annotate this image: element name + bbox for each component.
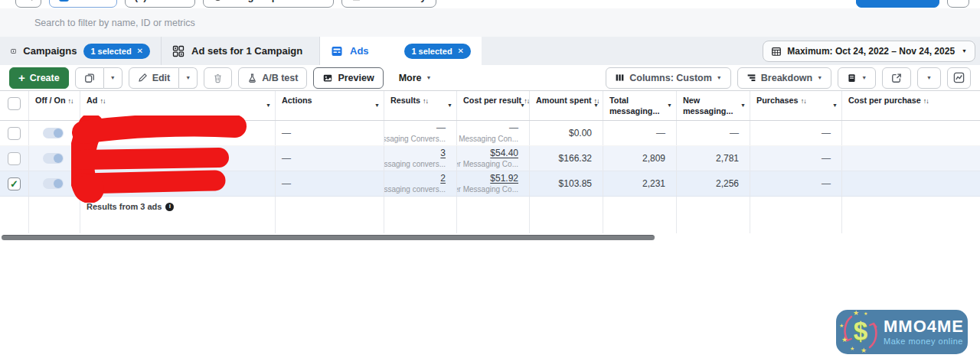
header-total-messaging[interactable]: Total messaging... ▼ <box>603 91 677 120</box>
header-purchases[interactable]: Purchases↑↓ ▼ <box>750 91 842 120</box>
row-checkbox[interactable]: ✓ <box>8 177 21 190</box>
toggle-knob <box>54 179 63 188</box>
close-icon[interactable]: ✕ <box>458 47 464 55</box>
filter-actions[interactable]: (1) Actions <box>125 0 196 8</box>
total-messaging-cell: — <box>603 121 677 145</box>
export-button[interactable] <box>882 67 911 89</box>
breakdown-button[interactable]: Breakdown ▼ <box>737 67 831 89</box>
new-messaging-cell: — <box>677 121 750 145</box>
sort-icon: ↑↓ <box>923 97 929 105</box>
search-button[interactable] <box>15 0 41 8</box>
off-on-toggle[interactable] <box>43 128 64 138</box>
table-row: ✓ — 2 Messaging convers... $51.92 Per Me… <box>0 171 980 197</box>
date-range-label: Maximum: Oct 24, 2022 – Nov 24, 2025 <box>787 46 955 57</box>
amount-spent-cell: $103.85 <box>530 171 603 196</box>
edit-button[interactable]: Edit <box>129 67 180 89</box>
header-actions[interactable]: Actions ▼ <box>276 91 384 120</box>
header-off-on[interactable]: Off / On↑↓ <box>29 91 80 120</box>
tab-adsets[interactable]: Ad sets for 1 Campaign <box>162 37 320 65</box>
amount-spent-cell: $166.32 <box>530 146 603 171</box>
results-link[interactable]: 2 <box>440 174 446 184</box>
tab-ads[interactable]: Ads 1 selected ✕ <box>320 37 482 65</box>
cost-per-result-link[interactable]: $54.40 <box>490 148 518 158</box>
create-view-button[interactable]: Create a view <box>856 0 939 8</box>
off-on-toggle[interactable] <box>43 153 64 164</box>
check-icon: ✓ <box>10 179 18 189</box>
breakdown-label: Breakdown <box>761 73 812 83</box>
star-icon: ★ <box>839 323 844 328</box>
plus-icon: + <box>18 72 25 83</box>
duplicate-dropdown-button[interactable]: ▼ <box>104 67 122 89</box>
select-all-checkbox[interactable]: ✓ <box>8 97 21 110</box>
report-icon <box>847 73 857 83</box>
more-button[interactable]: More ▼ <box>390 67 441 89</box>
filter-had-delivery[interactable]: Had delivery <box>341 0 436 8</box>
ab-test-button[interactable]: A/B test <box>238 67 307 89</box>
filter-label: Budget optimization <box>228 0 324 2</box>
table-row: ✓ — — Messaging Convers... — Per Messagi… <box>0 121 980 146</box>
trash-icon <box>213 73 223 83</box>
plus-icon: + <box>955 0 962 2</box>
purchases-cell: — <box>750 146 842 171</box>
preview-button[interactable]: Preview <box>313 67 383 89</box>
filter-all-ads[interactable]: All ads <box>49 0 117 8</box>
row-checkbox[interactable]: ✓ <box>8 152 21 165</box>
filter-label: Had delivery <box>367 0 426 2</box>
ad-name-cell[interactable] <box>80 146 276 171</box>
row-select-cell: ✓ <box>0 121 29 145</box>
off-on-toggle[interactable] <box>43 178 64 189</box>
cost-per-result-link[interactable]: $51.92 <box>490 174 518 184</box>
tab-campaigns[interactable]: Campaigns 1 selected ✕ <box>0 37 162 65</box>
horizontal-scrollbar[interactable] <box>2 235 655 240</box>
ad-name-cell[interactable] <box>80 171 276 196</box>
duplicate-button[interactable] <box>75 67 104 89</box>
star-icon: ★ <box>853 310 859 317</box>
header-new-messaging[interactable]: New messaging... ▼ <box>677 91 750 120</box>
header-ad[interactable]: Ad↑↓ ▼ <box>80 91 276 120</box>
ab-test-label: A/B test <box>262 73 298 83</box>
duplicate-icon <box>84 73 95 83</box>
row-checkbox[interactable]: ✓ <box>8 127 21 140</box>
ads-table: ✓ Off / On↑↓ Ad↑↓ ▼ Actions ▼ Results↑↓ … <box>0 90 980 233</box>
close-icon[interactable]: ✕ <box>137 47 143 55</box>
export-dropdown-button[interactable]: ▼ <box>917 67 941 89</box>
header-amount-spent[interactable]: Amount spent↑↓ ▼ <box>530 91 603 120</box>
cost-per-purchase-cell <box>842 171 980 196</box>
chevron-down-icon: ▼ <box>374 102 380 109</box>
date-range-button[interactable]: Maximum: Oct 24, 2022 – Nov 24, 2025 ▼ <box>763 41 975 62</box>
purchases-cell: — <box>750 171 842 196</box>
info-icon[interactable]: i <box>165 203 174 211</box>
results-link[interactable]: 3 <box>440 148 446 158</box>
top-filter-bar: All ads (1) Actions Budget optimization … <box>0 0 980 8</box>
badge-label: 1 selected <box>90 47 131 56</box>
cost-per-purchase-cell <box>842 146 980 171</box>
top-bar-more-button[interactable]: + <box>947 0 969 8</box>
columns-button[interactable]: Columns: Custom ▼ <box>606 67 731 89</box>
campaigns-icon <box>11 45 16 57</box>
create-button[interactable]: + Create <box>9 67 69 89</box>
row-select-cell: ✓ <box>0 146 29 171</box>
select-all-cell: ✓ <box>0 91 29 120</box>
sort-icon: ↑↓ <box>801 97 806 105</box>
results-cell: 3 Messaging convers... <box>384 146 457 171</box>
ad-name-cell[interactable] <box>80 121 276 145</box>
header-cost-per-result[interactable]: Cost per result↑↓ ▼ <box>457 91 530 120</box>
level-tabs: Campaigns 1 selected ✕ Ad sets for 1 Cam… <box>0 37 980 65</box>
edit-dropdown-button[interactable]: ▼ <box>179 67 198 89</box>
ads-selected-badge[interactable]: 1 selected ✕ <box>404 44 471 59</box>
filter-budget-optimization[interactable]: Budget optimization <box>203 0 334 8</box>
watermark-title: MMO4ME <box>884 318 964 335</box>
campaigns-selected-badge[interactable]: 1 selected ✕ <box>83 44 150 59</box>
header-cost-per-purchase[interactable]: Cost per purchase↑↓ <box>842 91 980 120</box>
reports-button[interactable]: ▼ <box>838 67 876 89</box>
chevron-down-icon: ▼ <box>926 75 932 80</box>
header-results[interactable]: Results↑↓ ▼ <box>384 91 457 120</box>
purchases-cell: — <box>750 121 842 145</box>
filter-more-view[interactable]: + 1 more view <box>444 0 530 8</box>
chevron-down-icon: ▼ <box>717 75 722 80</box>
charts-button[interactable] <box>947 67 971 89</box>
delete-button[interactable] <box>204 67 232 89</box>
search-input[interactable] <box>0 8 980 37</box>
chevron-down-icon: ▼ <box>962 48 967 54</box>
results-cell: 2 Messaging convers... <box>384 171 457 196</box>
